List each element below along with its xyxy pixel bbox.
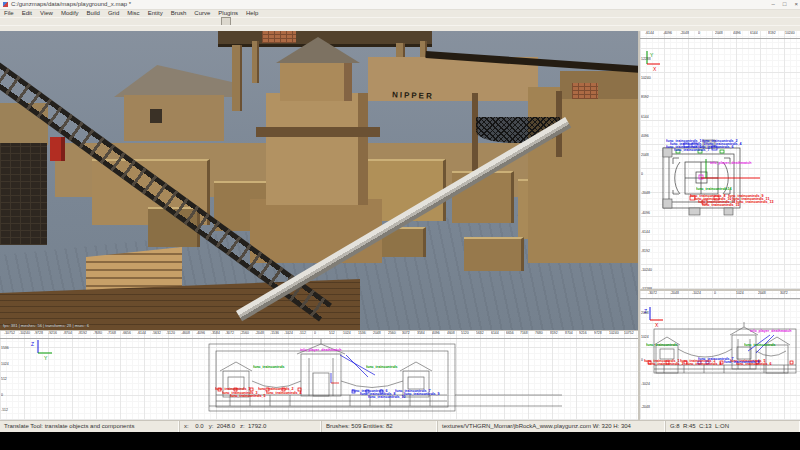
menu-edit[interactable]: Edit	[18, 10, 36, 17]
tower-base	[250, 199, 382, 263]
entity-label: info_player_deathmatch	[300, 348, 341, 352]
entity-label: info_player_deathmatch	[710, 161, 751, 165]
menu-curve[interactable]: Curve	[190, 10, 214, 17]
window-title: C:/gunzmaps/data/maps/playground_x.map *	[11, 0, 131, 9]
entity-browser-icon[interactable]: ▤	[282, 18, 290, 25]
maximize-button[interactable]: □	[783, 0, 787, 9]
status-coords: x: 0.0 y: 2048.0 z: 1792.0	[180, 421, 322, 432]
viewport-top-2d[interactable]: Y X -6144-4096-2048020484096614481921024…	[640, 31, 800, 289]
entity-label: func_traincontrols_4	[266, 391, 302, 395]
window-controls: – □ ×	[772, 0, 798, 9]
scale-free-icon[interactable]: ⤡	[202, 18, 210, 25]
entity-props-icon[interactable]: ▊	[112, 18, 120, 25]
render-stats-overlay: fps: 381 | meshes: 56 | transforms: 28 |…	[3, 324, 89, 328]
viewport-front-2d[interactable]: Z Y -10752-10240-9728-9216-8704-8192-768…	[0, 331, 638, 420]
clip-split-icon[interactable]: ◲	[162, 18, 170, 25]
save-file-icon[interactable]: ▥	[12, 18, 20, 25]
clip-flip-icon[interactable]: ◱	[172, 18, 180, 25]
viewport-3d[interactable]: NIPPER fps: 381 | meshes: 56 | transform…	[0, 31, 638, 331]
entity-label: func_traincontrols_4	[686, 362, 722, 366]
menu-help[interactable]: Help	[242, 10, 262, 17]
brick-panel-right	[572, 83, 598, 99]
menu-entity[interactable]: Entity	[144, 10, 167, 17]
status-grid-settings: G:8 R:45 C:13 L:ON	[666, 421, 800, 432]
entity-labels: func_traincontrolsfunc_traincontrolsinfo…	[640, 291, 800, 420]
viewport-side-2d[interactable]: Z X -3072-2048-10240102420483072 2048102…	[640, 291, 800, 420]
menu-modify[interactable]: Modify	[57, 10, 83, 17]
translate-x-icon[interactable]: ✛	[42, 18, 50, 25]
minimize-button[interactable]: –	[772, 0, 775, 9]
entity-label: func_traincontrols	[366, 365, 398, 369]
vertex-mode-icon[interactable]: ∷	[232, 18, 240, 25]
status-texture: textures/VTHGRN_Momar/jbRockA_www.playgu…	[438, 421, 666, 432]
left-house-roof	[114, 65, 234, 97]
menu-plugins[interactable]: Plugins	[214, 10, 242, 17]
entity-label: func_traincontrols_3	[648, 362, 684, 366]
quick-edit-icon[interactable]: qe	[222, 18, 230, 25]
camera-tool-icon[interactable]: ▣	[252, 18, 260, 25]
entity-label: func_traincontrols	[646, 343, 678, 347]
left-brick-wall	[0, 143, 47, 245]
canopy-post	[252, 41, 259, 83]
entity-label: func_traincontrols_8	[724, 360, 760, 364]
app-icon	[3, 2, 8, 7]
wood-crate-6	[464, 237, 524, 271]
status-counts: Brushes: 509 Entities: 82	[322, 421, 438, 432]
right-wall	[528, 87, 638, 263]
entity-label: info_player_deathmatch	[750, 329, 791, 333]
csg-subtract-icon[interactable]: ▣	[122, 18, 130, 25]
tower-body	[266, 93, 368, 205]
entity-labels: func_traincontrolsfunc_traincontrolsinfo…	[0, 331, 638, 420]
open-file-icon[interactable]: ▤	[2, 18, 10, 25]
entity-label: func_traincontrols	[744, 343, 776, 347]
menu-view[interactable]: View	[36, 10, 57, 17]
left-house-wall	[124, 95, 224, 141]
window-opening	[150, 109, 162, 123]
csg-hollow-icon[interactable]: ▢	[142, 18, 150, 25]
nav-forward-icon[interactable]: ▶	[32, 18, 40, 25]
entity-labels: func_traincontrols_1func_traincontrols_2…	[640, 31, 800, 289]
rotate-z-icon[interactable]: ↻	[92, 18, 100, 25]
tower-ledge	[256, 127, 380, 137]
entity-label: func_traincontrols	[253, 365, 285, 369]
translate-z-icon[interactable]: ✛	[82, 18, 90, 25]
close-button[interactable]: ×	[794, 0, 798, 9]
status-bar: Translate Tool: translate objects and co…	[0, 420, 800, 432]
menu-grid[interactable]: Grid	[104, 10, 123, 17]
entity-label: func_traincontrols_13	[736, 200, 774, 204]
rotate-x-icon[interactable]: ↻	[52, 18, 60, 25]
editor-window: C:/gunzmaps/data/maps/playground_x.map *…	[0, 0, 800, 450]
texture-browser-icon[interactable]: ▦	[272, 18, 280, 25]
letterbox-bar	[0, 432, 800, 450]
paint-tool-icon[interactable]: ✎	[242, 18, 250, 25]
menu-file[interactable]: File	[0, 10, 18, 17]
menu-build[interactable]: Build	[83, 10, 104, 17]
rotate-y-icon[interactable]: ↻	[72, 18, 80, 25]
texture-lock-icon[interactable]: ▩	[182, 18, 190, 25]
nav-back-icon[interactable]: ◀	[22, 18, 30, 25]
brick-block-top	[262, 31, 296, 43]
entity-label: func_traincontrols_15	[702, 203, 740, 207]
menu-misc[interactable]: Misc	[123, 10, 143, 17]
entity-label: func_traincontrols_7	[674, 148, 710, 152]
menu-brush[interactable]: Brush	[167, 10, 191, 17]
console-icon[interactable]: ▮	[262, 18, 270, 25]
entity-label: func_traincontrols_10	[368, 395, 406, 399]
entity-label: func_traincontrols_5	[230, 394, 266, 398]
menu-bar: FileEditViewModifyBuildGridMiscEntityBru…	[0, 10, 800, 17]
rotate-free-icon[interactable]: ↺	[192, 18, 200, 25]
red-box	[50, 137, 65, 161]
title-bar[interactable]: C:/gunzmaps/data/maps/playground_x.map *…	[0, 0, 800, 10]
status-tool: Translate Tool: translate objects and co…	[0, 421, 180, 432]
entity-label: func_traincontrols14	[696, 187, 732, 191]
tower-top-box	[280, 61, 352, 101]
nipper-sign: NIPPER	[392, 90, 434, 100]
csg-merge-icon[interactable]: ▦	[132, 18, 140, 25]
light-tool-icon[interactable]: ❂	[292, 18, 300, 25]
entity-tool-icon[interactable]: ⚑	[102, 18, 110, 25]
translate-y-icon[interactable]: ✛	[62, 18, 70, 25]
entity-label: func_traincontrols_9	[404, 392, 440, 396]
select-complete-icon[interactable]: ◻	[212, 18, 220, 25]
clip-select-icon[interactable]: ◳	[152, 18, 160, 25]
toolbar-row-1: ▤▥◀▶✛↻✛↻✛↻⚑▊▣▦▢◳◲◱▩↺⤡◻qe∷✎▣▮▦▤❂	[0, 17, 800, 25]
